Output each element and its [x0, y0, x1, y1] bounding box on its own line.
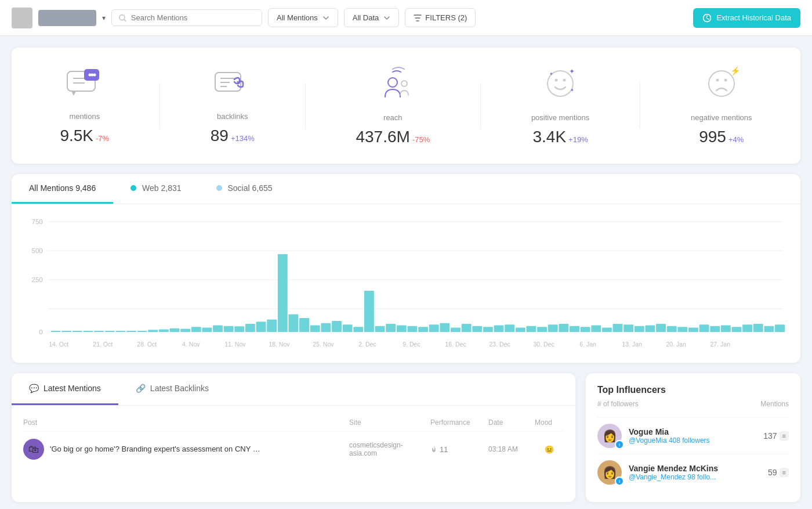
col-header-date: Date — [488, 418, 529, 427]
chart-bar[interactable] — [126, 331, 136, 332]
tab-latest-backlinks[interactable]: 🔗 Latest Backlinks — [118, 373, 226, 405]
chart-bar[interactable] — [407, 326, 417, 332]
chart-bar[interactable] — [753, 324, 763, 332]
chart-bar[interactable] — [440, 323, 449, 332]
tab-social[interactable]: Social 6,655 — [199, 174, 290, 204]
chart-bar[interactable] — [710, 326, 720, 332]
all-mentions-dropdown[interactable]: All Mentions — [268, 8, 338, 27]
chart-bar[interactable] — [299, 318, 309, 332]
search-input[interactable] — [131, 13, 255, 22]
extract-button[interactable]: Extract Historical Data — [693, 8, 800, 28]
chart-bar[interactable] — [105, 331, 115, 332]
chart-bar[interactable] — [516, 327, 525, 332]
svg-text:28. Oct: 28. Oct — [137, 341, 157, 348]
mentions-change: -7% — [96, 134, 109, 143]
filters-button[interactable]: FILTERS (2) — [405, 8, 476, 27]
chart-bar[interactable] — [451, 327, 461, 332]
chart-bar[interactable] — [559, 324, 568, 332]
chart-bar[interactable] — [375, 326, 385, 332]
chart-bar[interactable] — [51, 331, 61, 332]
chart-bar[interactable] — [310, 326, 320, 332]
table-row: 🛍 'Go big or go home'? Branding expert's… — [23, 431, 564, 467]
svg-text:2. Dec: 2. Dec — [358, 341, 376, 348]
chart-bar[interactable] — [667, 326, 677, 332]
svg-point-16 — [388, 78, 397, 87]
svg-text:25. Nov: 25. Nov — [313, 341, 334, 348]
chart-bar[interactable] — [180, 328, 190, 332]
chart-bar[interactable] — [321, 323, 331, 332]
chart-bar[interactable] — [591, 326, 601, 332]
tab-web[interactable]: Web 2,831 — [113, 174, 198, 204]
col-header-mood: Mood — [535, 418, 564, 427]
tab-latest-mentions[interactable]: 💬 Latest Mentions — [12, 373, 118, 405]
brand-dropdown-arrow[interactable]: ▾ — [102, 14, 106, 22]
chart-bar[interactable] — [202, 327, 212, 332]
chart-bar[interactable] — [234, 326, 244, 332]
chart-bar[interactable] — [170, 328, 180, 332]
chart-bar[interactable] — [688, 327, 698, 332]
chart-bar[interactable] — [699, 324, 709, 332]
chart-bar[interactable] — [429, 324, 439, 332]
chevron-down-icon — [383, 15, 390, 21]
chart-bar[interactable] — [472, 326, 482, 332]
chart-bar[interactable] — [764, 326, 774, 332]
chart-bar[interactable] — [72, 331, 82, 332]
logo-box — [12, 8, 32, 28]
chart-bar[interactable] — [353, 327, 363, 332]
chart-bar[interactable] — [732, 327, 742, 332]
chart-bar[interactable] — [742, 324, 752, 332]
chart-bar[interactable] — [386, 324, 396, 332]
chart-bar[interactable] — [61, 331, 71, 332]
chart-bar[interactable] — [635, 326, 644, 332]
chart-bar[interactable] — [159, 329, 169, 332]
chart-bar[interactable] — [278, 254, 288, 332]
chart-bar[interactable] — [570, 326, 579, 332]
chart-bar[interactable] — [224, 326, 234, 332]
chart-bar[interactable] — [94, 331, 104, 332]
chart-bar[interactable] — [148, 330, 158, 332]
chart-bar[interactable] — [462, 324, 472, 332]
chart-bar[interactable] — [537, 327, 547, 332]
reach-label: reach — [383, 113, 403, 122]
col-header-perf: Performance — [430, 418, 483, 427]
table-header: Post Site Performance Date Mood — [23, 414, 564, 431]
chart-bar[interactable] — [343, 324, 353, 332]
chart-bar[interactable] — [364, 291, 374, 332]
all-data-dropdown[interactable]: All Data — [344, 8, 400, 27]
chart-bar[interactable] — [397, 326, 407, 332]
chart-bar[interactable] — [656, 324, 666, 332]
chart-tabs: All Mentions 9,486 Web 2,831 Social 6,65… — [12, 174, 800, 204]
chart-bar[interactable] — [645, 326, 655, 332]
chart-bar[interactable] — [191, 327, 201, 332]
chart-bar[interactable] — [775, 324, 785, 332]
chart-bar[interactable] — [721, 326, 731, 332]
svg-text:⚡: ⚡ — [730, 66, 741, 76]
chart-bar[interactable] — [483, 327, 493, 332]
chart-bar[interactable] — [137, 331, 147, 332]
chart-bar[interactable] — [213, 326, 223, 332]
tab-all-mentions[interactable]: All Mentions 9,486 — [12, 174, 113, 204]
chart-bar[interactable] — [494, 326, 504, 332]
mentions-value: 9.5K — [60, 127, 93, 145]
svg-text:23. Dec: 23. Dec — [489, 341, 510, 348]
chart-bar[interactable] — [115, 331, 125, 332]
chart-bar[interactable] — [267, 319, 277, 332]
chart-bar[interactable] — [332, 321, 342, 332]
mood-cell: 😐 — [535, 445, 564, 454]
chart-bar[interactable] — [613, 324, 623, 332]
chart-bar[interactable] — [418, 327, 428, 332]
chart-bar[interactable] — [548, 324, 558, 332]
positive-icon: ✦ ✦ ✦ — [540, 65, 581, 107]
chart-bar[interactable] — [581, 327, 590, 332]
chart-bar[interactable] — [505, 324, 514, 332]
chart-bar[interactable] — [526, 326, 536, 332]
chart-bar[interactable] — [288, 315, 298, 332]
backlinks-value: 89 — [211, 127, 229, 145]
chart-bar[interactable] — [83, 331, 93, 332]
twitter-badge: t — [615, 476, 624, 486]
chart-bar[interactable] — [245, 324, 255, 332]
chart-bar[interactable] — [624, 324, 633, 332]
chart-bar[interactable] — [602, 327, 612, 332]
chart-bar[interactable] — [256, 322, 266, 332]
chart-bar[interactable] — [677, 327, 687, 332]
